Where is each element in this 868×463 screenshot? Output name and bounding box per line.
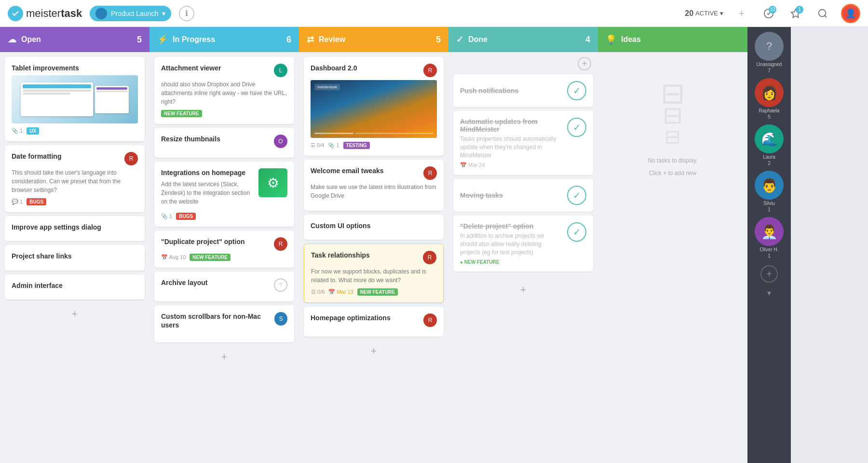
card-title: Custom UI options — [311, 221, 437, 230]
raphaela-avatar: 👩 — [755, 78, 784, 107]
laura-count: 2 — [768, 160, 771, 166]
svg-line-3 — [825, 15, 827, 17]
card-admin-interface[interactable]: Admin interface — [5, 274, 145, 300]
project-selector[interactable]: Product Launch ▾ — [90, 6, 171, 21]
card-title: Project share links — [12, 252, 138, 260]
sidebar-item-laura[interactable]: 🌊 Laura 2 — [755, 124, 784, 166]
card-header-row: Task relationships R — [311, 251, 436, 264]
info-button[interactable]: ℹ — [179, 6, 194, 21]
checkmark-badge: 10 — [769, 6, 776, 14]
card-attachment-viewer[interactable]: Attachment viewer L should also show Dro… — [154, 57, 294, 124]
card-project-share[interactable]: Project share links — [5, 245, 145, 270]
oliver-label: Oliver H. — [760, 247, 779, 253]
dashboard-image: meistertask — [311, 80, 437, 138]
card-desc: This should take the user's language int… — [12, 168, 138, 194]
column-inprogress-header: ⚡ In Progress 6 — [149, 27, 299, 52]
card-meta: 📎 1 UX — [12, 127, 138, 135]
card-delete-project[interactable]: "Delete project" option In addition to a… — [453, 216, 593, 271]
sidebar-collapse-button[interactable]: ▾ — [767, 288, 771, 298]
card-meta: ☰ 0/6 📅 Mar 13 NEW FEATURE — [311, 288, 436, 296]
click-add-text: Click + to add new — [649, 170, 696, 177]
card-welcome-email[interactable]: Welcome email tweaks R Make sure we use … — [304, 160, 444, 211]
card-push-notifications[interactable]: Push notifications ✓ — [453, 74, 593, 107]
done-check-icon: ✓ — [567, 81, 586, 100]
help-icon: ? — [274, 278, 287, 292]
laura-label: Laura — [763, 154, 775, 160]
done-check-icon: ✓ — [567, 186, 586, 205]
active-dropdown-icon: ▾ — [720, 10, 723, 17]
active-count[interactable]: 20 ACTIVE ▾ — [685, 9, 723, 18]
card-header-row: Resize thumbnails O — [161, 135, 287, 148]
card-archive-layout[interactable]: Archive layout ? — [154, 272, 294, 301]
card-meta: ☰ 0/4 📎 1 TESTING — [311, 142, 437, 149]
sidebar-item-unassigned[interactable]: ? Unassigned 7 — [755, 32, 784, 73]
done-count: 4 — [585, 35, 590, 45]
card-custom-ui[interactable]: Custom UI options — [304, 215, 444, 240]
card-tablet-improvements[interactable]: Tablet improvements — [5, 57, 145, 141]
card-desc: should also show Dropbox and Drive attac… — [161, 80, 287, 106]
kanban-board: ☁ Open 5 Tablet improvements — [0, 27, 868, 463]
add-done-card-button[interactable]: + — [515, 281, 532, 299]
card-title: "Delete project" option — [460, 222, 561, 230]
card-header-row: Welcome email tweaks R — [311, 166, 437, 180]
card-title: "Duplicate project" option — [161, 237, 245, 246]
laura-avatar: 🌊 — [755, 124, 784, 153]
card-moving-tasks[interactable]: Moving tasks ✓ — [453, 179, 593, 212]
card-header-row: Attachment viewer L — [161, 64, 287, 77]
card-meta: 📅 Aug 10 NEW FEATURE — [161, 254, 287, 261]
column-done-header: ✓ Done 4 — [448, 27, 598, 52]
card-app-settings[interactable]: Improve app settings dialog — [5, 216, 145, 241]
add-done-top-button[interactable]: + — [578, 57, 591, 70]
search-button[interactable] — [814, 5, 831, 22]
user-avatar[interactable]: 👤 — [841, 4, 860, 23]
checkmark-button[interactable]: 10 — [760, 5, 777, 22]
star-button[interactable]: 1 — [787, 5, 804, 22]
bugs-tag: BUGS — [27, 198, 46, 205]
card-meta: ● NEW FEATURE — [460, 259, 561, 265]
add-inprogress-card-button[interactable]: + — [216, 348, 233, 366]
open-label: Open — [21, 35, 41, 44]
sidebar-users-list: ? Unassigned 7 👩 Raphaela 5 🌊 Laura 2 👨 … — [747, 27, 791, 302]
add-task-button[interactable]: + — [733, 5, 750, 22]
card-avatar: R — [423, 251, 436, 264]
card-task-relationships[interactable]: Task relationships R For now we support … — [304, 244, 444, 303]
card-desc: For now we support blocks, duplicates an… — [311, 267, 436, 285]
column-open: ☁ Open 5 Tablet improvements — [0, 27, 149, 463]
card-automatic-updates[interactable]: Automatic updates from MindMeister Tasks… — [453, 111, 593, 175]
card-meta: 💬 1 BUGS — [12, 198, 138, 205]
attachment-count: 📎 1 — [12, 128, 23, 134]
sidebar-item-raphaela[interactable]: 👩 Raphaela 5 — [755, 78, 784, 120]
card-desc: Tasks properties should automatically up… — [460, 135, 561, 159]
card-date-formatting[interactable]: Date formatting R This should take the u… — [5, 145, 145, 212]
column-inprogress: ⚡ In Progress 6 Attachment viewer L shou… — [149, 27, 299, 463]
card-avatar: R — [124, 152, 138, 165]
open-cards-body: Tablet improvements — [0, 52, 149, 463]
add-review-card-button[interactable]: + — [365, 342, 382, 360]
done-card-content: "Delete project" option In addition to a… — [460, 222, 561, 264]
silviu-count: 1 — [768, 206, 771, 212]
sidebar-item-oliver[interactable]: 👨‍💼 Oliver H. 1 — [755, 217, 784, 259]
card-dashboard[interactable]: Dashboard 2.0 R meistertask ☰ 0/4 📎 1 — [304, 57, 444, 156]
card-homepage-optimizations[interactable]: Homepage optimizations R — [304, 307, 444, 337]
raphaela-label: Raphaela — [759, 108, 780, 114]
comment-count: 💬 1 — [12, 199, 23, 205]
column-review-header: ⇄ Review 5 — [299, 27, 448, 52]
add-open-card-button[interactable]: + — [66, 305, 83, 323]
column-ideas: 💡 Ideas ⊟ ⊟ ⊟ No tasks to display. Click… — [598, 27, 747, 463]
card-title: Improve app settings dialog — [12, 223, 138, 232]
add-user-button[interactable]: + — [760, 265, 778, 283]
card-custom-scrollbars[interactable]: Custom scrollbars for non-Mac users S — [154, 305, 294, 342]
card-duplicate-project[interactable]: "Duplicate project" option R 📅 Aug 10 NE… — [154, 231, 294, 268]
integration-icon: ⚙ — [258, 168, 287, 197]
attachment-count: 📎 1 — [161, 213, 172, 219]
no-tasks-text: No tasks to display. — [648, 157, 697, 164]
sidebar-item-silviu[interactable]: 👨 Silviu 1 — [755, 171, 784, 212]
done-check-icon: ✓ — [567, 222, 586, 242]
checklist: ☰ 0/4 — [311, 142, 324, 149]
card-resize-thumbnails[interactable]: Resize thumbnails O — [154, 128, 294, 158]
open-icon: ☁ — [8, 34, 16, 45]
open-count: 5 — [137, 35, 142, 45]
card-integrations[interactable]: Integrations on homepage Add the latest … — [154, 162, 294, 227]
card-avatar: R — [423, 166, 437, 180]
card-title: Welcome email tweaks — [311, 166, 383, 175]
